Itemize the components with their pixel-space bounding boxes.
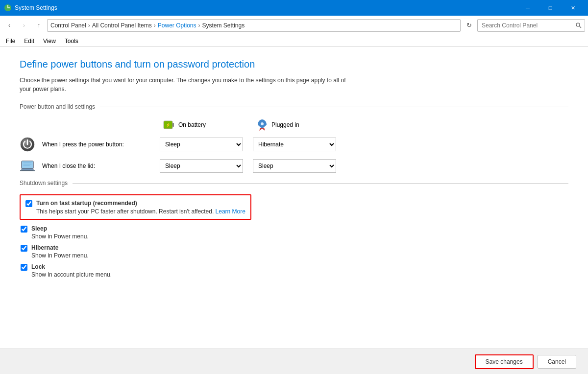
menu-file[interactable]: File [2, 37, 19, 46]
address-path[interactable]: Control Panel › All Control Panel Items … [47, 19, 461, 32]
learn-more-link[interactable]: Learn More [216, 208, 245, 215]
col-battery-label: On battery [178, 121, 206, 128]
up-button[interactable]: ↑ [32, 19, 45, 32]
power-button-battery-select[interactable]: Do nothing Sleep Hibernate Shut down Tur… [160, 138, 243, 151]
power-button-plugged-select[interactable]: Do nothing Sleep Hibernate Shut down Tur… [253, 138, 336, 151]
power-icon [20, 137, 35, 152]
maximize-button[interactable]: □ [539, 0, 562, 16]
shutdown-section-divider [73, 183, 568, 184]
content-area: Define power buttons and turn on passwor… [0, 47, 588, 349]
svg-rect-12 [20, 170, 35, 171]
search-icon [576, 23, 582, 28]
svg-line-2 [580, 26, 582, 28]
close-lid-row: When I close the lid: Do nothing Sleep H… [20, 158, 568, 174]
lock-label-group: Lock Show in account picture menu. [31, 263, 112, 278]
search-button[interactable] [572, 19, 585, 32]
menu-edit[interactable]: Edit [20, 37, 38, 46]
cancel-button[interactable]: Cancel [538, 355, 576, 369]
svg-point-1 [576, 23, 580, 26]
forward-button[interactable]: › [18, 19, 30, 32]
close-lid-dropdowns: Do nothing Sleep Hibernate Shut down Tur… [160, 159, 336, 173]
menu-tools[interactable]: Tools [61, 37, 82, 46]
close-lid-label: When I close the lid: [42, 163, 160, 169]
sleep-label[interactable]: Sleep [31, 225, 47, 232]
power-button-icon [20, 137, 35, 152]
power-section-header: Power button and lid settings [20, 103, 568, 110]
minimize-button[interactable]: ─ [516, 0, 539, 16]
col-plugged-label: Plugged in [271, 121, 299, 128]
close-lid-plugged-select[interactable]: Do nothing Sleep Hibernate Shut down Tur… [253, 159, 336, 173]
path-segment-4: System Settings [202, 22, 245, 29]
menu-view[interactable]: View [39, 37, 60, 46]
sleep-checkbox[interactable] [21, 226, 27, 233]
power-section-label: Power button and lid settings [20, 103, 95, 110]
app-icon [4, 4, 12, 12]
refresh-button[interactable]: ↻ [463, 19, 475, 32]
path-segment-2: All Control Panel Items [92, 22, 152, 29]
path-segment-3: Power Options [158, 22, 196, 29]
save-changes-button[interactable]: Save changes [475, 354, 534, 369]
fast-startup-checkbox[interactable] [25, 200, 32, 207]
shutdown-section-header: Shutdown settings [20, 180, 568, 187]
svg-text:⚡: ⚡ [166, 122, 171, 127]
main-content: Define power buttons and turn on passwor… [0, 47, 588, 374]
rocket-icon [256, 118, 269, 132]
path-segment-1: Control Panel [50, 22, 86, 29]
fast-startup-sublabel: This helps start your PC faster after sh… [36, 208, 245, 215]
close-button[interactable]: ✕ [562, 0, 584, 16]
laptop-svg-icon [20, 159, 35, 173]
shutdown-section-label: Shutdown settings [20, 180, 68, 187]
hibernate-label[interactable]: Hibernate [31, 244, 58, 251]
power-button-label: When I press the power button: [42, 141, 160, 148]
search-input[interactable] [477, 19, 585, 32]
footer: Save changes Cancel [0, 349, 588, 374]
svg-point-7 [261, 122, 264, 125]
lock-item: Lock Show in account picture menu. [21, 263, 568, 278]
hibernate-label-group: Hibernate Show in Power menu. [31, 244, 89, 259]
fast-startup-label-group: Turn on fast startup (recommended) This … [36, 199, 245, 215]
sleep-label-group: Sleep Show in Power menu. [31, 225, 89, 240]
lock-label[interactable]: Lock [31, 263, 45, 270]
section-divider [100, 107, 568, 107]
laptop-icon [20, 158, 35, 174]
svg-rect-11 [22, 169, 33, 170]
fast-startup-container: Turn on fast startup (recommended) This … [20, 194, 251, 220]
lock-sublabel: Show in account picture menu. [31, 271, 112, 278]
hibernate-item: Hibernate Show in Power menu. [21, 244, 568, 259]
power-button-row: When I press the power button: Do nothin… [20, 137, 568, 152]
svg-rect-5 [172, 123, 174, 127]
col-plugged: Plugged in [256, 118, 339, 132]
menu-bar: File Edit View Tools [0, 35, 588, 47]
address-bar: ‹ › ↑ Control Panel › All Control Panel … [0, 16, 588, 35]
close-lid-battery-select[interactable]: Do nothing Sleep Hibernate Shut down Tur… [160, 159, 243, 173]
col-battery: ⚡ On battery [163, 118, 246, 132]
title-bar: System Settings ─ □ ✕ [0, 0, 588, 16]
page-title: Define power buttons and turn on passwor… [20, 59, 568, 70]
page-description: Choose the power settings that you want … [20, 76, 353, 94]
search-wrapper [477, 19, 585, 32]
svg-rect-10 [22, 162, 33, 168]
sleep-sublabel: Show in Power menu. [31, 233, 89, 240]
window-controls: ─ □ ✕ [516, 0, 584, 16]
battery-icon: ⚡ [163, 118, 175, 132]
power-button-dropdowns: Do nothing Sleep Hibernate Shut down Tur… [160, 138, 336, 151]
column-headers: ⚡ On battery Plugged in [163, 118, 568, 132]
fast-startup-label[interactable]: Turn on fast startup (recommended) [36, 200, 137, 207]
lock-checkbox[interactable] [21, 264, 27, 271]
hibernate-sublabel: Show in Power menu. [31, 252, 89, 259]
hibernate-checkbox[interactable] [21, 245, 27, 252]
sleep-item: Sleep Show in Power menu. [21, 225, 568, 240]
back-button[interactable]: ‹ [3, 19, 16, 32]
window-title: System Settings [15, 4, 516, 11]
